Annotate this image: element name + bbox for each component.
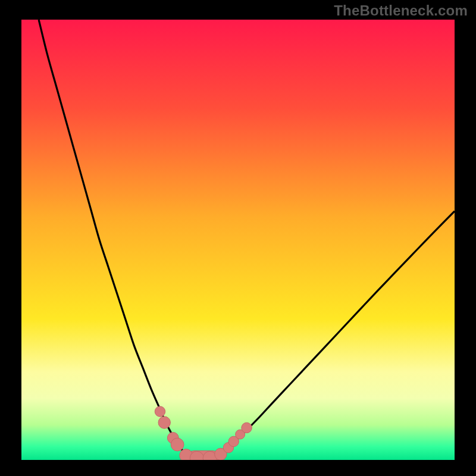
data-marker xyxy=(242,422,252,433)
data-marker xyxy=(171,438,184,451)
data-marker xyxy=(158,416,170,428)
bottleneck-chart xyxy=(0,0,476,476)
data-marker xyxy=(190,451,203,465)
plot-background xyxy=(21,20,455,460)
chart-frame: TheBottleneck.com xyxy=(0,0,476,476)
data-marker xyxy=(155,406,165,416)
watermark-text: TheBottleneck.com xyxy=(334,2,468,19)
